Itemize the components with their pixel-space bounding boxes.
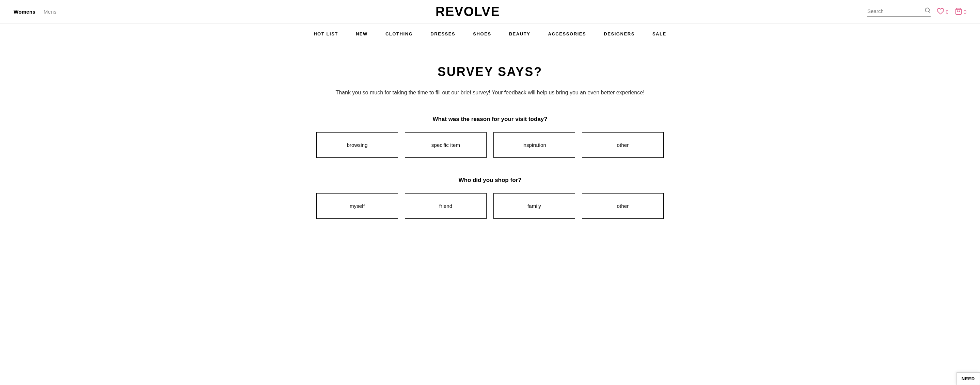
wishlist-group[interactable]: 0 — [937, 8, 948, 16]
question-shop-for: Who did you shop for? myself friend fami… — [317, 177, 663, 219]
nav-sale[interactable]: SALE — [652, 31, 667, 37]
option-friend[interactable]: friend — [405, 193, 487, 219]
gender-nav: Womens Mens — [14, 9, 68, 14]
option-other-visit[interactable]: other — [582, 132, 663, 158]
top-bar-actions: 0 0 — [867, 7, 966, 17]
nav-hotlist[interactable]: HOT LIST — [313, 31, 338, 37]
search-icon — [924, 7, 931, 15]
heart-icon — [937, 8, 944, 16]
option-inspiration[interactable]: inspiration — [493, 132, 575, 158]
wishlist-count: 0 — [946, 9, 948, 14]
option-family[interactable]: family — [493, 193, 575, 219]
question-visit-reason-label: What was the reason for your visit today… — [317, 116, 663, 123]
survey-container: SURVEY SAYS? Thank you so much for takin… — [303, 44, 677, 265]
option-specific-item[interactable]: specific item — [405, 132, 487, 158]
shop-for-options: myself friend family other — [317, 193, 663, 219]
womens-link[interactable]: Womens — [14, 9, 35, 14]
survey-subtitle: Thank you so much for taking the time to… — [317, 89, 663, 97]
search-box[interactable] — [867, 7, 931, 17]
nav-beauty[interactable]: BEAUTY — [509, 31, 531, 37]
option-myself[interactable]: myself — [317, 193, 398, 219]
nav-new[interactable]: NEW — [356, 31, 368, 37]
site-logo[interactable]: REVOLVE — [68, 5, 867, 19]
question-shop-for-label: Who did you shop for? — [317, 177, 663, 184]
cart-count: 0 — [964, 9, 966, 14]
cart-group[interactable]: 0 — [955, 8, 966, 16]
svg-line-1 — [929, 11, 930, 12]
nav-clothing[interactable]: CLOTHING — [385, 31, 413, 37]
survey-title: SURVEY SAYS? — [317, 65, 663, 79]
nav-shoes[interactable]: SHOES — [473, 31, 491, 37]
main-nav: HOT LIST NEW CLOTHING DRESSES SHOES BEAU… — [0, 24, 980, 44]
bag-icon — [955, 8, 962, 16]
top-bar: Womens Mens REVOLVE 0 — [0, 0, 980, 24]
question-visit-reason: What was the reason for your visit today… — [317, 116, 663, 158]
option-browsing[interactable]: browsing — [317, 132, 398, 158]
nav-designers[interactable]: DESIGNERS — [604, 31, 635, 37]
option-other-shop[interactable]: other — [582, 193, 663, 219]
nav-accessories[interactable]: ACCESSORIES — [548, 31, 586, 37]
nav-dresses[interactable]: DRESSES — [430, 31, 455, 37]
mens-link[interactable]: Mens — [44, 9, 57, 14]
visit-reason-options: browsing specific item inspiration other — [317, 132, 663, 158]
search-input[interactable] — [867, 8, 922, 14]
